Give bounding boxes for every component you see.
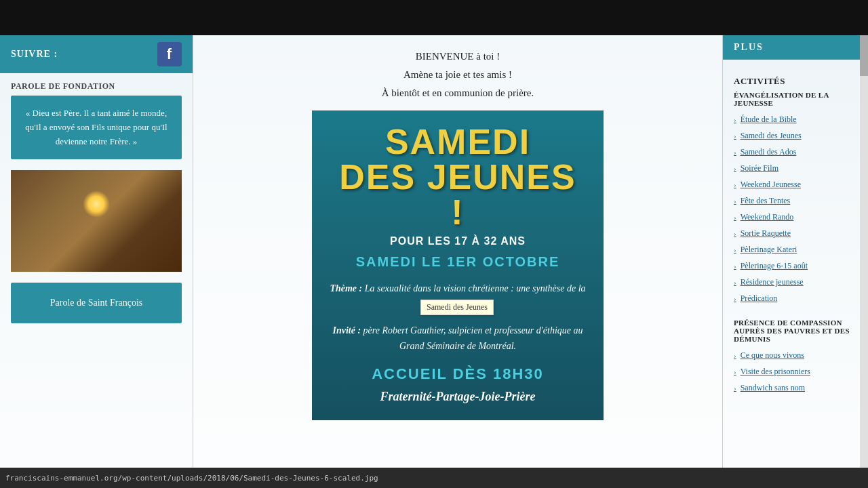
arrow-icon: › — [734, 277, 736, 288]
welcome-line1: BIENVENUE à toi ! — [382, 47, 534, 66]
evangelisation-subtitle: ÉVANGÉLISATION DE LA JEUNESSE — [723, 89, 868, 111]
arrow-icon: › — [734, 211, 736, 223]
evangelisation-links: ›Étude de la Bible›Samedi des Jeunes›Sam… — [723, 111, 868, 306]
evang-link-label: Samedi des Ados — [741, 146, 797, 158]
top-bar — [0, 0, 868, 35]
poster-title-line1: SAMEDI — [385, 122, 530, 161]
welcome-line2: Amène ta joie et tes amis ! — [382, 66, 534, 84]
arrow-icon: › — [734, 146, 736, 158]
parole-fondation-text: « Dieu est Père. Il a tant aimé le monde… — [25, 108, 167, 146]
evang-link-label: Pèlerinage Kateri — [741, 243, 797, 256]
evang-link-item[interactable]: ›Weekend Rando — [723, 209, 868, 225]
evang-link-item[interactable]: ›Pèlerinage 6-15 août — [723, 258, 868, 274]
presence-link-label: Visite des prisonniers — [741, 365, 810, 378]
evang-link-label: Weekend Rando — [741, 211, 794, 223]
poster-invite-text: père Robert Gauthier, sulpicien et profe… — [363, 325, 583, 352]
evang-link-label: Prédication — [741, 292, 778, 304]
evang-link-label: Weekend Jeunesse — [741, 178, 801, 190]
poster-date: SAMEDI LE 1ER OCTOBRE — [328, 254, 587, 270]
main-layout: SUIVRE : f PAROLE DE FONDATION « Dieu es… — [0, 35, 868, 468]
left-sidebar: SUIVRE : f PAROLE DE FONDATION « Dieu es… — [0, 35, 193, 468]
evang-link-item[interactable]: ›Soirée Film — [723, 160, 868, 176]
arrow-icon: › — [734, 293, 736, 304]
arrow-icon: › — [734, 228, 736, 239]
parole-fondation-title: PAROLE DE FONDATION — [0, 73, 193, 96]
arrow-icon: › — [734, 195, 736, 207]
tooltip: Samedi des Jeunes — [420, 300, 494, 315]
poster-title: SAMEDI DES JEUNES ! — [328, 124, 587, 230]
presence-link-label: Sandwich sans nom — [741, 382, 805, 394]
parole-saint-francois-box: Parole de Saint François — [11, 283, 182, 323]
evang-link-label: Pèlerinage 6-15 août — [741, 260, 808, 272]
evang-link-item[interactable]: ›Samedi des Ados — [723, 144, 868, 160]
evang-link-label: Résidence jeunesse — [741, 276, 804, 288]
arrow-icon: › — [734, 179, 736, 190]
welcome-section: BIENVENUE à toi ! Amène ta joie et tes a… — [368, 35, 548, 110]
parole-fondation-box: « Dieu est Père. Il a tant aimé le monde… — [11, 96, 182, 159]
center-content: BIENVENUE à toi ! Amène ta joie et tes a… — [193, 35, 722, 468]
url-bar: franciscains-emmanuel.org/wp-content/upl… — [0, 468, 868, 488]
nativity-painting — [11, 170, 182, 272]
facebook-icon[interactable]: f — [157, 42, 182, 66]
activites-title: ACTIVITÉS — [723, 70, 868, 89]
arrow-icon: › — [734, 114, 736, 125]
right-sidebar: PLUS ACTIVITÉS ÉVANGÉLISATION DE LA JEUN… — [722, 35, 868, 468]
arrow-icon: › — [734, 350, 736, 361]
evang-link-item[interactable]: ›Résidence jeunesse — [723, 274, 868, 290]
evang-link-item[interactable]: ›Samedi des Jeunes — [723, 127, 868, 144]
arrow-icon: › — [734, 130, 736, 142]
presence-link-item[interactable]: ›Sandwich sans nom — [723, 380, 868, 396]
arrow-icon: › — [734, 260, 736, 272]
presence-link-label: Ce que nous vivons — [741, 349, 804, 361]
suivre-bar: SUIVRE : f — [0, 35, 193, 73]
event-poster: SAMEDI DES JEUNES ! POUR LES 17 À 32 ANS… — [312, 110, 604, 420]
poster-invite: Invité : père Robert Gauthier, sulpicien… — [328, 323, 587, 355]
plus-bar: PLUS — [723, 35, 868, 60]
poster-theme-label: Thème : — [330, 283, 362, 293]
poster-title-line2: DES JEUNES ! — [339, 157, 576, 232]
evang-link-item[interactable]: ›Prédication — [723, 290, 868, 306]
evang-link-item[interactable]: ›Sortie Raquette — [723, 225, 868, 241]
evang-link-item[interactable]: ›Étude de la Bible — [723, 111, 868, 127]
evang-link-label: Sortie Raquette — [741, 227, 791, 239]
evang-link-item[interactable]: ›Weekend Jeunesse — [723, 176, 868, 192]
parole-saint-francois-label: Parole de Saint François — [50, 298, 142, 308]
scrollbar-track[interactable] — [860, 35, 868, 468]
nativity-image-box — [11, 170, 182, 272]
poster-accueil: ACCUEIL DÈS 18H30 — [328, 365, 587, 383]
evang-link-label: Soirée Film — [741, 162, 778, 174]
presence-links: ›Ce que nous vivons›Visite des prisonnie… — [723, 347, 868, 396]
arrow-icon: › — [734, 382, 736, 394]
evang-link-label: Fête des Tentes — [741, 195, 791, 207]
presence-link-item[interactable]: ›Ce que nous vivons — [723, 347, 868, 363]
evang-link-item[interactable]: ›Fête des Tentes — [723, 192, 868, 209]
scrollbar-thumb[interactable] — [860, 35, 868, 76]
url-text: franciscains-emmanuel.org/wp-content/upl… — [5, 474, 378, 483]
arrow-icon: › — [734, 163, 736, 174]
presence-link-item[interactable]: ›Visite des prisonniers — [723, 363, 868, 380]
poster-subtitle: POUR LES 17 À 32 ANS — [328, 235, 587, 247]
arrow-icon: › — [734, 366, 736, 378]
evang-link-label: Samedi des Jeunes — [741, 129, 802, 142]
arrow-icon: › — [734, 244, 736, 256]
separator — [723, 306, 868, 317]
poster-fraternite: Fraternité-Partage-Joie-Prière — [328, 390, 587, 404]
suivre-label: SUIVRE : — [11, 49, 58, 60]
evang-link-label: Étude de la Bible — [741, 113, 797, 125]
poster-invite-label: Invité : — [332, 325, 361, 336]
welcome-line3: À bientôt et en communion de prière. — [382, 84, 534, 102]
evang-link-item[interactable]: ›Pèlerinage Kateri — [723, 241, 868, 258]
presence-subtitle: PRÉSENCE DE COMPASSION AUPRÈS DES PAUVRE… — [723, 317, 868, 347]
